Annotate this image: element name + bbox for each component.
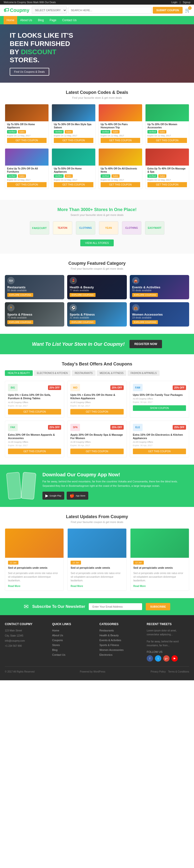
coupon-image (52, 104, 95, 121)
nav-blog[interactable]: Blog (35, 16, 46, 24)
search-input[interactable] (68, 7, 152, 13)
footer-cat-link[interactable]: Restaurants (100, 629, 114, 632)
offer-badge: 25% OFF (48, 385, 61, 390)
get-coupon-button[interactable]: GET THIS COUPON (148, 138, 187, 143)
nav-about[interactable]: About Us (17, 16, 35, 24)
offer-tab-medical[interactable]: MEDICAL & FITNESS (97, 370, 126, 376)
categories-grid: 🍽 Restaurants 55 deals available EXPLORE… (5, 275, 189, 327)
offer-btn[interactable]: GET THIS COUPON (8, 448, 61, 454)
store-item[interactable]: YEAN (99, 221, 118, 235)
offer-card: FAK 25% OFF Extra 20% Off On Women Appar… (5, 421, 64, 458)
explore-coupons-button[interactable]: EXPLORE COUPONS (7, 320, 33, 324)
footer-cat-link[interactable]: Sports & Fitness (100, 644, 119, 647)
app-store-button[interactable]: 🍎 App Store (67, 492, 88, 500)
youtube-icon[interactable]: ▶ (171, 655, 178, 661)
hero-cta-button[interactable]: Find Us Coupons & Deals (10, 68, 49, 75)
login-link[interactable]: Login (171, 1, 177, 4)
category-select[interactable]: SELECT CATEGORY (32, 6, 67, 14)
blog-date: 12 Jan (71, 561, 81, 564)
get-coupon-button[interactable]: GET THIS COUPON (54, 138, 93, 143)
nav-contact[interactable]: Contact Us (59, 16, 79, 24)
newsletter-section: ✉ Subscribe To Our Newsletter SUBSCRIBE (0, 598, 194, 615)
footer-link[interactable]: Blog (52, 648, 57, 651)
facebook-icon[interactable]: f (147, 655, 153, 661)
cat-count: 77 deals available (70, 289, 124, 292)
explore-coupons-button[interactable]: EXPLORE COUPONS (70, 293, 95, 297)
offer-btn[interactable]: GET THIS COUPON (70, 409, 123, 414)
category-card[interactable]: 🍽 Restaurants 55 deals available EXPLORE… (5, 275, 64, 299)
blog-post-title: Sed ut perspiciatis unde omnis (71, 566, 123, 570)
hero-content: IT LOOKS LIKE IT'S BEEN FURNISHED BY DIS… (10, 31, 73, 75)
get-coupon-button[interactable]: GET THIS COUPON (7, 182, 46, 187)
category-card[interactable]: ⚽ Sports & Fitness 31 deals available EX… (67, 302, 126, 327)
explore-coupons-button[interactable]: EXPLORE COUPONS (7, 293, 33, 297)
get-coupon-button[interactable]: GET THIS COUPON (54, 182, 93, 187)
footer-link[interactable]: Coupons (52, 639, 63, 642)
app-title: Download Our Coupmy App Now! (42, 472, 187, 477)
apple-icon: 🍎 (70, 493, 74, 498)
offer-tab-fashion[interactable]: FASHION & APPARELS (127, 370, 160, 376)
terms-link[interactable]: Terms & Conditions (168, 670, 189, 673)
footer-link[interactable]: Contact Us (52, 653, 65, 656)
privacy-policy-link[interactable]: Privacy Policy (151, 670, 166, 673)
category-card[interactable]: 🏃 Sports & Fitness 75 deals available EX… (5, 302, 64, 327)
blog-image (68, 529, 126, 558)
offer-sub: At All Coupmy Offers (70, 401, 123, 404)
explore-coupons-button[interactable]: EXPLORE COUPONS (132, 320, 158, 324)
store-item[interactable]: FAKECURT (30, 221, 49, 235)
coupon-title: Extra Up To 25% Off On All Furnitures (7, 167, 46, 173)
footer-cat-link[interactable]: Electronics (100, 653, 113, 656)
store-item[interactable]: CLOTHING (122, 221, 141, 235)
register-now-button[interactable]: REGISTER NOW (129, 340, 162, 348)
store-item[interactable]: EASYMART (145, 221, 164, 235)
coupon-image (99, 149, 142, 165)
footer-link[interactable]: Home (52, 629, 59, 632)
store-item[interactable]: CLOTHING (76, 221, 95, 235)
category-card[interactable]: 🎪 Events & Activities 55 deals available… (130, 275, 189, 299)
footer-cat-link[interactable]: Women Accessories (100, 648, 123, 651)
store-item[interactable]: TEATON (53, 221, 72, 235)
logo: 🏷 Coupmy (4, 7, 29, 13)
google-play-button[interactable]: ▶ Google Play (42, 492, 64, 500)
get-coupon-button[interactable]: GET THIS COUPON (148, 182, 187, 187)
footer-cat-link[interactable]: Health & Beauty (100, 634, 119, 637)
category-card[interactable]: 👜 Women Accessories 19 deals available E… (130, 302, 189, 327)
offer-badge: 25% OFF (173, 385, 186, 390)
coupon-tag-sales: Sales (112, 174, 120, 178)
offer-btn[interactable]: GET THIS COUPON (70, 448, 123, 454)
offer-tab-health[interactable]: HEALTH & BEAUTY (5, 370, 33, 376)
explore-coupons-button[interactable]: EXPLORE COUPONS (132, 293, 158, 297)
offer-btn[interactable]: GET THIS COUPON (8, 409, 61, 414)
category-card[interactable]: 💄 Health & Beauty 77 deals available EXP… (67, 275, 126, 299)
view-all-stores-button[interactable]: VIEW ALL STORES (80, 240, 114, 246)
footer-cat-link[interactable]: Events & Activities (100, 639, 121, 642)
nav-page[interactable]: Page (46, 16, 59, 24)
offer-btn[interactable]: SHOW COUPON (133, 405, 186, 411)
read-more-link[interactable]: Read More (71, 585, 83, 587)
read-more-link[interactable]: Read More (133, 585, 146, 587)
offer-tab-electronics[interactable]: ELECTRONICS & KITCHEN (34, 370, 71, 376)
read-more-link[interactable]: Read More (8, 585, 21, 587)
newsletter-subscribe-button[interactable]: SUBSCRIBE (146, 603, 170, 610)
submit-coupon-button[interactable]: SUBMIT COUPON (153, 7, 183, 13)
google-plus-icon[interactable]: g+ (163, 655, 169, 661)
offer-title: Apply 20% Off On Beauty Spa & Massage Fo… (70, 433, 123, 440)
get-coupon-button[interactable]: GET THIS COUPON (101, 138, 140, 143)
offer-btn[interactable]: GET THIS COUPON (133, 448, 186, 454)
cart-icon-wrap[interactable]: 🛒 0 (185, 7, 190, 13)
newsletter-text: Subscribe To Our Newsletter (32, 604, 85, 609)
nav-home[interactable]: Home (4, 16, 17, 24)
phone-mockup-2 (21, 472, 36, 500)
coupon-tag-verified: Verified (101, 130, 110, 133)
blog-title: Latest Updates From Coupmy (5, 514, 189, 519)
offer-tab-restaurants[interactable]: RESTAURANTS (72, 370, 95, 376)
get-coupon-button[interactable]: GET THIS COUPON (7, 138, 46, 143)
twitter-icon[interactable]: t (155, 655, 161, 661)
signup-link[interactable]: Signup (183, 1, 190, 4)
get-coupon-button[interactable]: GET THIS COUPON (101, 182, 140, 187)
footer-link[interactable]: About Us (52, 634, 63, 637)
explore-coupons-button[interactable]: EXPLORE COUPONS (70, 320, 95, 324)
offer-title: Upto 5% + Extra 5% Off On Home & Kitchen… (70, 393, 123, 400)
footer-link[interactable]: Stores (52, 644, 60, 647)
newsletter-email-input[interactable] (89, 603, 142, 610)
